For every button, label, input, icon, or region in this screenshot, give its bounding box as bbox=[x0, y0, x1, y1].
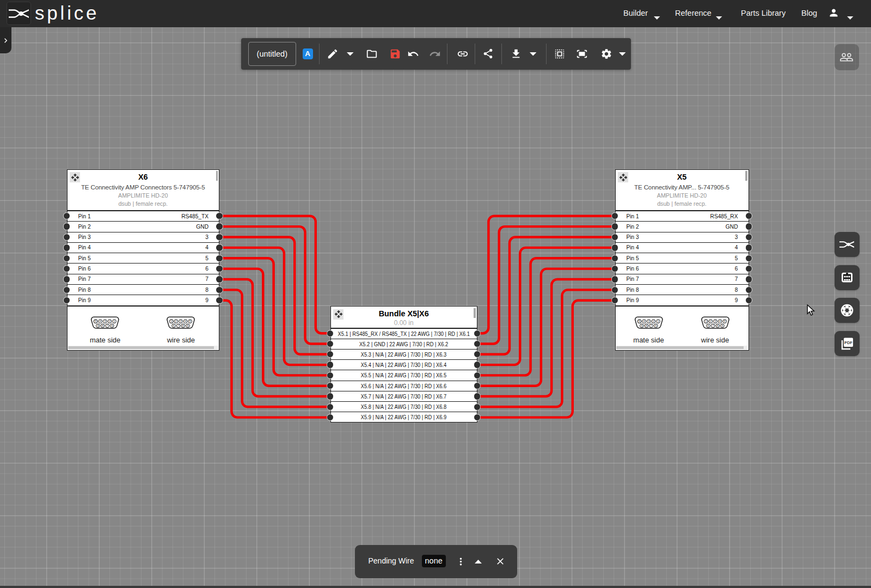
svg-text:3: 3 bbox=[714, 320, 716, 322]
svg-text:7: 7 bbox=[107, 324, 108, 327]
svg-text:9: 9 bbox=[97, 324, 99, 327]
svg-text:5: 5 bbox=[639, 320, 640, 322]
svg-text:4: 4 bbox=[719, 320, 721, 322]
svg-text:8: 8 bbox=[646, 324, 647, 327]
svg-text:8: 8 bbox=[102, 324, 104, 327]
svg-text:4: 4 bbox=[100, 320, 101, 322]
svg-text:3: 3 bbox=[105, 320, 106, 322]
svg-text:9: 9 bbox=[187, 324, 189, 327]
svg-text:7: 7 bbox=[712, 324, 714, 327]
svg-text:5: 5 bbox=[95, 320, 97, 322]
svg-text:PDF: PDF bbox=[844, 340, 852, 345]
svg-text:3: 3 bbox=[180, 320, 182, 322]
svg-text:4: 4 bbox=[643, 320, 645, 322]
svg-text:9: 9 bbox=[721, 324, 723, 327]
svg-text:1: 1 bbox=[657, 320, 659, 322]
svg-text:2: 2 bbox=[653, 320, 654, 322]
svg-text:1: 1 bbox=[705, 320, 707, 322]
svg-text:8: 8 bbox=[717, 324, 719, 327]
svg-text:4: 4 bbox=[185, 320, 187, 322]
svg-text:6: 6 bbox=[112, 324, 113, 327]
svg-text:1: 1 bbox=[171, 320, 173, 322]
svg-text:9: 9 bbox=[641, 324, 642, 327]
svg-text:5: 5 bbox=[723, 320, 725, 322]
svg-text:2: 2 bbox=[109, 320, 111, 322]
svg-text:2: 2 bbox=[710, 320, 711, 322]
svg-text:6: 6 bbox=[655, 324, 657, 327]
svg-text:6: 6 bbox=[173, 324, 175, 327]
svg-text:8: 8 bbox=[182, 324, 184, 327]
svg-text:7: 7 bbox=[178, 324, 180, 327]
svg-text:2: 2 bbox=[175, 320, 177, 322]
svg-text:5: 5 bbox=[189, 320, 191, 322]
svg-text:7: 7 bbox=[651, 324, 652, 327]
svg-text:3: 3 bbox=[648, 320, 649, 322]
svg-text:6: 6 bbox=[707, 324, 709, 327]
svg-text:1: 1 bbox=[114, 320, 115, 322]
